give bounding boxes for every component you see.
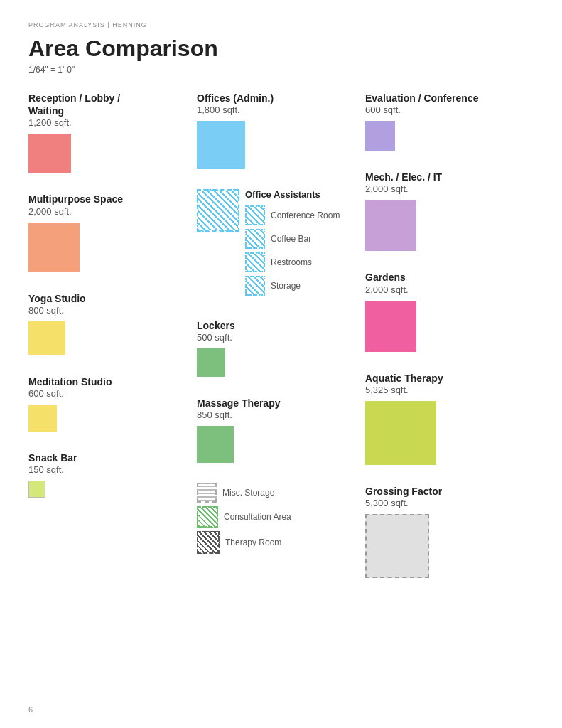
office-assistants-box	[197, 189, 239, 232]
item-office-assistants: Office Assistants Conference Room Coffee…	[197, 189, 358, 299]
offices-box	[197, 121, 245, 169]
offices-title: Offices (Admin.)	[197, 92, 358, 105]
item-misc-group: Misc. Storage Consultation Area Therapy …	[197, 483, 358, 554]
misc-storage-box	[197, 483, 217, 503]
coffee-bar-label: Coffee Bar	[271, 234, 311, 244]
yoga-box	[28, 321, 65, 355]
massage-box	[197, 426, 234, 463]
snackbar-box	[28, 481, 45, 498]
conference-room-label: Conference Room	[271, 210, 340, 220]
grossing-box	[365, 514, 429, 578]
aquatic-sqft: 5,325 sqft.	[365, 385, 526, 395]
reception-box	[28, 134, 71, 173]
offices-sqft: 1,800 sqft.	[197, 105, 358, 115]
mech-box	[365, 200, 416, 251]
header-label: PROGRAM ANALYSIS | HENNING	[28, 21, 534, 28]
lockers-box	[197, 348, 225, 377]
item-offices: Offices (Admin.) 1,800 sqft.	[197, 92, 358, 169]
lockers-sqft: 500 sqft.	[197, 332, 358, 343]
page-number: 6	[28, 705, 33, 714]
meditation-title: Meditation Studio	[28, 375, 190, 388]
snackbar-title: Snack Bar	[28, 451, 190, 464]
conference-room-box	[245, 205, 265, 225]
restrooms-label: Restrooms	[271, 257, 312, 267]
lockers-title: Lockers	[197, 319, 358, 332]
item-grossing: Grossing Factor 5,300 sqft.	[365, 485, 526, 578]
item-aquatic: Aquatic Therapy 5,325 sqft.	[365, 372, 526, 465]
sub-item-therapy: Therapy Room	[197, 531, 358, 554]
page-title: Area Comparison	[28, 36, 534, 62]
grossing-sqft: 5,300 sqft.	[365, 498, 526, 508]
misc-subitems: Misc. Storage Consultation Area Therapy …	[197, 483, 358, 554]
sub-item-conference: Conference Room	[245, 205, 340, 225]
evaluation-box	[365, 121, 395, 151]
sub-item-restrooms: Restrooms	[245, 252, 340, 272]
reception-sqft: 1,200 sqft.	[28, 117, 190, 128]
consultation-box	[197, 506, 218, 528]
yoga-sqft: 800 sqft.	[28, 305, 190, 316]
column-2: Offices (Admin.) 1,800 sqft. Office Assi…	[197, 92, 365, 598]
main-columns: Reception / Lobby /Waiting 1,200 sqft. M…	[28, 92, 534, 598]
multipurpose-title: Multipurpose Space	[28, 193, 190, 205]
multipurpose-box	[28, 223, 80, 272]
coffee-bar-box	[245, 229, 265, 249]
scale-label: 1/64" = 1'-0"	[28, 65, 534, 75]
therapy-box	[197, 531, 220, 554]
massage-title: Massage Therapy	[197, 397, 358, 410]
item-lockers: Lockers 500 sqft.	[197, 319, 358, 377]
aquatic-title: Aquatic Therapy	[365, 372, 526, 385]
consultation-label: Consultation Area	[224, 512, 291, 522]
column-1: Reception / Lobby /Waiting 1,200 sqft. M…	[28, 92, 197, 598]
meditation-box	[28, 405, 57, 432]
aquatic-box	[365, 401, 436, 465]
meditation-sqft: 600 sqft.	[28, 388, 190, 399]
gardens-box	[365, 301, 416, 352]
item-massage: Massage Therapy 850 sqft.	[197, 397, 358, 463]
item-evaluation: Evaluation / Conference 600 sqft.	[365, 92, 526, 151]
therapy-room-label: Therapy Room	[225, 537, 281, 547]
item-snackbar: Snack Bar 150 sqft.	[28, 451, 190, 498]
item-multipurpose: Multipurpose Space 2,000 sqft.	[28, 193, 190, 272]
column-3: Evaluation / Conference 600 sqft. Mech. …	[365, 92, 534, 598]
evaluation-title: Evaluation / Conference	[365, 92, 526, 105]
sub-item-misc-storage: Misc. Storage	[197, 483, 358, 503]
sub-item-storage: Storage	[245, 276, 340, 296]
item-reception: Reception / Lobby /Waiting 1,200 sqft.	[28, 92, 190, 173]
reception-title: Reception / Lobby /Waiting	[28, 92, 190, 117]
yoga-title: Yoga Studio	[28, 292, 190, 305]
sub-item-consultation: Consultation Area	[197, 506, 358, 528]
office-assistants-subitems: Conference Room Coffee Bar Restrooms	[245, 205, 340, 296]
storage-label: Storage	[271, 281, 301, 291]
item-gardens: Gardens 2,000 sqft.	[365, 271, 526, 351]
office-assistants-title: Office Assistants	[245, 189, 340, 201]
grossing-title: Grossing Factor	[365, 485, 526, 498]
evaluation-sqft: 600 sqft.	[365, 105, 526, 115]
misc-storage-label: Misc. Storage	[222, 488, 274, 498]
gardens-sqft: 2,000 sqft.	[365, 284, 526, 295]
gardens-title: Gardens	[365, 271, 526, 284]
sub-item-coffeebar: Coffee Bar	[245, 229, 340, 249]
mech-title: Mech. / Elec. / IT	[365, 171, 526, 183]
multipurpose-sqft: 2,000 sqft.	[28, 206, 190, 217]
snackbar-sqft: 150 sqft.	[28, 464, 190, 475]
item-yoga: Yoga Studio 800 sqft.	[28, 292, 190, 355]
restrooms-box	[245, 252, 265, 272]
mech-sqft: 2,000 sqft.	[365, 183, 526, 194]
item-mech: Mech. / Elec. / IT 2,000 sqft.	[365, 171, 526, 251]
storage-box	[245, 276, 265, 296]
item-meditation: Meditation Studio 600 sqft.	[28, 375, 190, 432]
massage-sqft: 850 sqft.	[197, 410, 358, 420]
